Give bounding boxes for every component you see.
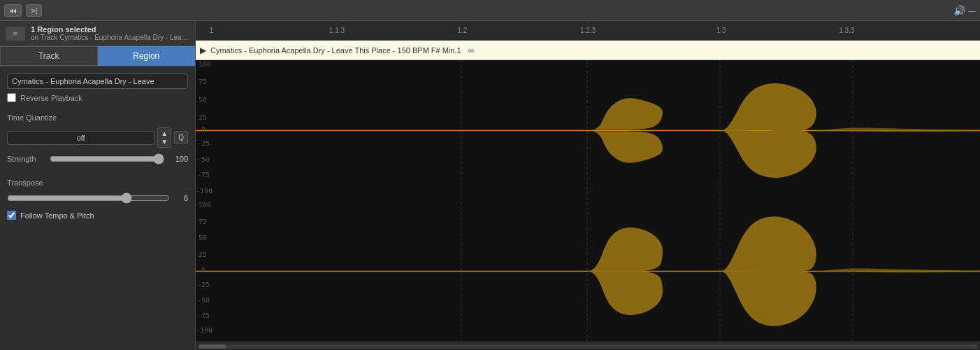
svg-text:50: 50 xyxy=(199,96,207,103)
panel-content: Reverse Playback Time Quantize off 1/4 1… xyxy=(0,66,195,350)
ruler-inner: 1 1.1.3 1.2 1.2.3 1.3 1.3.3 xyxy=(196,21,980,40)
reverse-playback-checkbox[interactable] xyxy=(7,93,16,102)
svg-text:75: 75 xyxy=(199,218,207,225)
region-label-bar: ▶ Cymatics - Euphoria Acapella Dry - Lea… xyxy=(196,41,980,60)
quantize-spinner[interactable]: ▲ ▼ xyxy=(157,127,171,148)
volume-level: — xyxy=(968,6,976,15)
track-icon: ≋ xyxy=(6,27,25,41)
svg-text:0: 0 xyxy=(201,267,206,274)
svg-text:25: 25 xyxy=(199,114,207,121)
toolbar-right: 🔊 — xyxy=(953,5,976,16)
svg-text:-100: -100 xyxy=(196,188,212,195)
strength-row: Strength 100 xyxy=(7,153,188,164)
region-info: 1 Region selected on Track Cymatics - Eu… xyxy=(31,25,189,41)
ruler-mark-1: 1 xyxy=(210,27,214,34)
rewind-button[interactable]: ⏮ xyxy=(4,4,22,17)
follow-tempo-row: Follow Tempo & Pitch xyxy=(7,211,188,220)
timeline-ruler: 1 1.1.3 1.2 1.2.3 1.3 1.3.3 xyxy=(196,21,980,41)
left-panel: ≋ 1 Region selected on Track Cymatics - … xyxy=(0,21,196,350)
ruler-mark-113: 1.1.3 xyxy=(329,27,345,34)
transpose-value: 6 xyxy=(174,194,188,202)
toolbar: ⏮ >| 🔊 — xyxy=(0,0,980,21)
ruler-mark-123: 1.2.3 xyxy=(580,27,596,34)
main-container: ≋ 1 Region selected on Track Cymatics - … xyxy=(0,21,980,350)
region-header: ≋ 1 Region selected on Track Cymatics - … xyxy=(0,21,195,46)
reverse-playback-row: Reverse Playback xyxy=(7,93,188,102)
ruler-mark-13: 1.3 xyxy=(716,27,726,34)
tab-track[interactable]: Track xyxy=(0,46,98,66)
strength-slider[interactable] xyxy=(50,153,164,164)
menu-button[interactable]: >| xyxy=(26,4,42,17)
waveform-area[interactable]: 100 75 50 25 0 -25 -50 -75 -100 100 75 5… xyxy=(196,60,980,342)
time-quantize-label: Time Quantize xyxy=(7,113,188,122)
quantize-q-button[interactable]: Q xyxy=(174,131,188,144)
right-panel: 1 1.1.3 1.2 1.2.3 1.3 1.3.3 ▶ Cymatics -… xyxy=(196,21,980,350)
transpose-label: Transpose xyxy=(7,178,188,187)
svg-text:100: 100 xyxy=(199,61,211,68)
strength-label: Strength xyxy=(7,155,45,163)
scrollbar-area[interactable] xyxy=(196,342,980,350)
scrollbar-thumb[interactable] xyxy=(199,344,226,349)
region-selected-title: 1 Region selected xyxy=(31,25,189,34)
svg-text:50: 50 xyxy=(199,234,207,241)
ruler-mark-133: 1.3.3 xyxy=(839,27,854,34)
svg-text:75: 75 xyxy=(199,78,207,85)
svg-text:-25: -25 xyxy=(197,281,210,288)
waveform-svg: 100 75 50 25 0 -25 -50 -75 -100 100 75 5… xyxy=(196,60,980,342)
svg-text:-50: -50 xyxy=(197,155,210,162)
svg-text:0: 0 xyxy=(201,126,206,133)
svg-text:-75: -75 xyxy=(197,172,210,178)
quantize-row: off 1/4 1/8 1/16 ▲ ▼ Q xyxy=(7,127,188,148)
svg-text:-50: -50 xyxy=(197,296,210,303)
volume-icon: 🔊 xyxy=(953,5,965,16)
region-name-input[interactable] xyxy=(7,74,188,89)
tab-region[interactable]: Region xyxy=(98,46,196,66)
svg-text:-75: -75 xyxy=(197,312,210,318)
svg-text:100: 100 xyxy=(199,202,211,209)
ruler-mark-12: 1.2 xyxy=(458,27,468,34)
waveform-icon: ≋ xyxy=(13,30,18,37)
spinner-up-icon: ▲ xyxy=(161,130,168,137)
region-selected-subtitle: on Track Cymatics - Euphoria Acapella Dr… xyxy=(31,34,189,41)
follow-tempo-checkbox[interactable] xyxy=(7,211,16,220)
transpose-row: 6 xyxy=(7,192,188,204)
menu-icon: >| xyxy=(31,6,37,15)
svg-text:25: 25 xyxy=(199,251,207,258)
follow-tempo-label: Follow Tempo & Pitch xyxy=(20,211,94,220)
rewind-icon: ⏮ xyxy=(9,6,17,15)
strength-value: 100 xyxy=(168,155,188,163)
svg-text:-100: -100 xyxy=(196,327,212,334)
region-play-button[interactable]: ▶ xyxy=(200,46,206,55)
svg-text:-25: -25 xyxy=(197,140,210,147)
spinner-down-icon: ▼ xyxy=(161,138,168,146)
region-link-icon: ∞ xyxy=(468,46,475,55)
tab-bar: Track Region xyxy=(0,46,195,66)
transpose-slider[interactable] xyxy=(7,192,170,204)
reverse-playback-label: Reverse Playback xyxy=(20,94,82,102)
svg-rect-0 xyxy=(196,60,980,342)
quantize-select[interactable]: off 1/4 1/8 1/16 xyxy=(7,131,154,145)
region-bar-text: Cymatics - Euphoria Acapella Dry - Leave… xyxy=(210,46,461,55)
scrollbar-track[interactable] xyxy=(199,344,977,349)
